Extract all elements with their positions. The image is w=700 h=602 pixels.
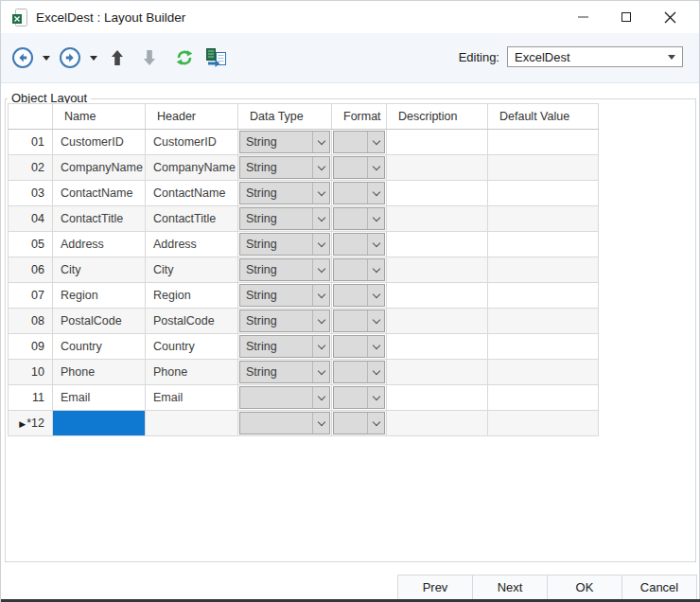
forward-dropdown-button[interactable] [90,56,97,61]
format-combobox[interactable] [333,335,385,358]
column-header-data-type[interactable]: Data Type [238,104,332,130]
cell-header[interactable]: ContactName [146,181,238,206]
data-type-combobox[interactable]: String [239,361,330,383]
format-combobox-dropdown-button[interactable] [367,336,384,357]
data-type-combobox-dropdown-button[interactable] [312,183,329,204]
data-type-combobox[interactable]: String [239,207,330,230]
cell-description[interactable] [387,385,488,411]
format-combobox[interactable] [333,386,385,409]
data-type-combobox-dropdown-button[interactable] [312,208,329,229]
format-combobox[interactable] [333,258,385,281]
data-type-combobox-dropdown-button[interactable] [312,132,329,152]
row-header[interactable]: ▶*12 [9,411,53,436]
data-type-combobox[interactable] [239,412,330,434]
cell-default-value[interactable] [488,206,599,232]
prev-button[interactable]: Prev [397,575,473,600]
cancel-button[interactable]: Cancel [621,575,697,600]
data-type-combobox[interactable]: String [239,131,330,153]
cell-description[interactable] [387,232,488,257]
row-header[interactable]: 09 [9,334,53,360]
cell-header[interactable]: Region [146,283,238,309]
row-header[interactable]: 04 [9,206,53,232]
data-type-combobox-dropdown-button[interactable] [312,387,329,408]
cell-name[interactable]: CustomerID [53,130,146,155]
data-type-combobox-dropdown-button[interactable] [312,336,329,357]
data-type-combobox[interactable]: String [239,335,330,358]
maximize-button[interactable] [604,1,648,33]
cell-description[interactable] [387,130,488,155]
row-header[interactable]: 08 [9,309,53,334]
data-type-combobox-dropdown-button[interactable] [312,157,329,178]
cell-default-value[interactable] [488,130,599,155]
cell-header[interactable]: PostalCode [146,309,238,334]
format-combobox[interactable] [333,182,385,204]
next-button[interactable]: Next [472,575,548,600]
cell-default-value[interactable] [488,232,599,257]
format-combobox-dropdown-button[interactable] [367,208,384,229]
data-type-combobox[interactable]: String [239,258,330,281]
format-combobox-dropdown-button[interactable] [367,413,384,434]
cell-description[interactable] [387,257,488,283]
format-combobox-dropdown-button[interactable] [367,310,384,331]
cell-default-value[interactable] [488,155,599,181]
cell-header[interactable] [146,411,238,436]
format-combobox[interactable] [333,310,385,332]
cell-header[interactable]: CompanyName [146,155,238,181]
format-combobox[interactable] [333,284,385,307]
cell-header[interactable]: CustomerID [146,130,238,155]
cell-name[interactable]: City [53,257,146,283]
column-header-description[interactable]: Description [387,104,488,130]
cell-default-value[interactable] [488,309,599,334]
forward-button[interactable] [59,46,81,69]
data-type-combobox[interactable] [239,386,330,409]
move-down-button[interactable] [142,48,157,67]
editing-combobox[interactable]: ExcelDest [507,46,683,67]
cell-default-value[interactable] [488,385,599,411]
format-combobox-dropdown-button[interactable] [367,362,384,382]
cell-description[interactable] [387,360,488,385]
row-header[interactable]: 05 [9,232,53,257]
ok-button[interactable]: OK [547,575,622,600]
cell-name[interactable] [53,411,146,436]
cell-default-value[interactable] [488,360,599,385]
data-type-combobox[interactable]: String [239,284,330,307]
column-header-header[interactable]: Header [146,104,238,130]
cell-name[interactable]: Region [53,283,146,309]
format-combobox-dropdown-button[interactable] [367,132,384,152]
cell-description[interactable] [387,411,488,436]
cell-name[interactable]: ContactTitle [53,206,146,232]
format-combobox-dropdown-button[interactable] [367,183,384,204]
cell-name[interactable]: Phone [53,360,146,385]
format-combobox[interactable] [333,412,385,434]
column-header-name[interactable]: Name [53,104,146,130]
column-header-default-value[interactable]: Default Value [488,104,599,130]
cell-description[interactable] [387,334,488,360]
cell-header[interactable]: ContactTitle [146,206,238,232]
data-type-combobox-dropdown-button[interactable] [312,285,329,306]
column-header-format[interactable]: Format [332,104,387,130]
format-combobox-dropdown-button[interactable] [367,387,384,408]
cell-name[interactable]: CompanyName [53,155,146,181]
cell-description[interactable] [387,283,488,309]
row-header[interactable]: 03 [9,181,53,206]
row-header[interactable]: 01 [9,130,53,155]
data-type-combobox[interactable]: String [239,310,330,332]
minimize-button[interactable] [561,1,604,33]
cell-description[interactable] [387,181,488,206]
cell-description[interactable] [387,309,488,334]
cell-description[interactable] [387,206,488,232]
format-combobox-dropdown-button[interactable] [367,285,384,306]
data-type-combobox[interactable]: String [239,233,330,256]
cell-default-value[interactable] [488,411,599,436]
data-type-combobox-dropdown-button[interactable] [312,234,329,255]
cell-header[interactable]: Email [146,385,238,411]
data-type-combobox[interactable]: String [239,182,330,204]
format-combobox[interactable] [333,131,385,153]
cell-name[interactable]: ContactName [53,181,146,206]
cell-name[interactable]: Country [53,334,146,360]
data-type-combobox[interactable]: String [239,156,330,179]
refresh-button[interactable] [174,47,195,68]
data-type-combobox-dropdown-button[interactable] [312,310,329,331]
export-excel-button[interactable] [206,47,227,68]
format-combobox[interactable] [333,207,385,230]
